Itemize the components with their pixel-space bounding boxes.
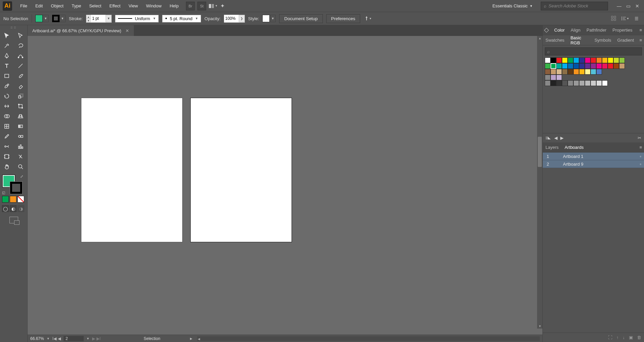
swatch-cell[interactable] [573,63,579,69]
blend-tool[interactable] [14,131,28,141]
column-graph-tool[interactable] [14,141,28,152]
swatch-cell[interactable] [568,80,573,86]
type-tool[interactable] [0,61,14,71]
scale-tool[interactable] [14,91,28,101]
stroke-weight-input[interactable]: ▲▼ 1 pt ▼ [86,15,112,23]
vertical-scrollbar[interactable]: ▲ ▼ [537,36,542,329]
hand-tool[interactable] [0,162,14,172]
swatch-cell[interactable] [596,57,602,63]
delete-artboard-icon[interactable]: 🗑 [637,335,641,340]
curvature-tool[interactable] [14,51,28,61]
swatch-cell[interactable] [591,57,596,63]
swatch-cell[interactable] [562,57,568,63]
move-up-icon[interactable]: ↑ [616,335,619,340]
artboard-number-field[interactable]: 2 [64,336,84,341]
brush-definition[interactable]: • 5 pt. Round ▼ [162,15,201,23]
next-swatch-group-icon[interactable]: ▶ [560,135,564,140]
swatch-cell[interactable] [562,69,568,75]
swatch-cell[interactable] [602,80,608,86]
swatch-cell[interactable] [596,63,602,69]
menu-type[interactable]: Type [68,1,85,10]
swatch-cell[interactable] [613,57,619,63]
scroll-down-icon[interactable]: ▼ [538,325,541,328]
tab-symbols[interactable]: Symbols [594,36,612,45]
draw-behind-icon[interactable]: ◐ [10,205,16,212]
swatch-folder-icon[interactable] [545,80,551,86]
close-button[interactable]: ✕ [635,3,639,9]
tab-swatches[interactable]: Swatches [545,36,565,45]
layers-panel-menu-icon[interactable]: ≡ [639,145,642,150]
swatch-cell[interactable] [551,80,556,86]
swatch-cell[interactable] [545,69,551,75]
maximize-button[interactable]: ▭ [626,3,631,9]
gpu-rocket-icon[interactable]: ✦ [220,3,225,9]
fill-swatch[interactable]: ▼ [35,15,49,22]
rotate-tool[interactable] [0,91,14,101]
swatch-cell[interactable] [591,63,596,69]
artboard-row[interactable]: 2Artboard 9▫ [543,160,644,168]
swatch-cell[interactable] [596,80,602,86]
swatch-cell[interactable] [613,63,619,69]
swatch-cell[interactable] [585,63,591,69]
swatch-cell[interactable] [619,57,625,63]
zoom-level[interactable]: 66.67% [30,336,44,341]
artboard-options-icon[interactable]: ▫ [640,162,641,167]
swatch-cell[interactable] [602,57,608,63]
free-transform-tool[interactable] [14,101,28,111]
swatch-cell[interactable] [608,57,613,63]
artboard-row[interactable]: 1Artboard 1▫ [543,153,644,160]
tab-artboards[interactable]: Artboards [564,143,584,152]
swatch-cell[interactable] [596,69,602,75]
tab-basic-rgb[interactable]: Basic RGB [570,33,589,47]
swatch-cell[interactable] [556,63,562,69]
last-artboard-icon[interactable]: ▶I [97,336,101,341]
document-setup-button[interactable]: Document Setup [279,14,323,23]
prev-artboard-icon[interactable]: ◀ [58,336,61,341]
fill-stroke-control[interactable]: ⤢ ◱ [0,174,27,195]
swatch-cell[interactable] [556,57,562,63]
none-swatch[interactable] [17,196,24,203]
swatch-cell[interactable] [619,63,625,69]
isolate-icon[interactable] [610,14,618,23]
zoom-tool[interactable] [14,162,28,172]
swatch-cell[interactable] [585,80,591,86]
tab-color[interactable]: Color [554,26,565,35]
pen-tool[interactable] [0,51,14,61]
default-fill-stroke-icon[interactable]: ◱ [2,191,5,195]
swatch-cell[interactable] [579,57,585,63]
swatch-cell[interactable] [573,80,579,86]
rectangle-tool[interactable] [0,71,14,81]
variable-width-profile[interactable]: Uniform ▼ [115,15,159,23]
swatch-cell[interactable] [545,75,551,80]
last-color-swatch[interactable] [2,196,9,203]
swatch-cell[interactable] [585,57,591,63]
slice-tool[interactable] [14,152,28,162]
menu-help[interactable]: Help [165,1,183,10]
shape-builder-tool[interactable] [0,111,14,121]
scroll-thumb[interactable] [538,137,542,167]
paintbrush-tool[interactable] [14,71,28,81]
swatch-cell[interactable] [556,69,562,75]
align-icon[interactable]: ▼ [621,14,629,23]
width-tool[interactable] [0,101,14,111]
menu-window[interactable]: Window [142,1,165,10]
magic-wand-tool[interactable] [0,41,14,51]
scroll-up-icon[interactable]: ▲ [538,37,541,40]
shaper-tool[interactable] [0,81,14,91]
swatch-cell[interactable] [551,75,556,80]
swatch-cell[interactable] [579,63,585,69]
swatch-cell[interactable] [556,75,562,80]
status-menu-icon[interactable]: ▶ [190,337,192,340]
perspective-grid-tool[interactable] [14,111,28,121]
swatch-cell[interactable] [551,57,556,63]
minimize-button[interactable]: — [617,3,621,9]
swatch-cell[interactable] [556,80,562,86]
panel-menu-icon[interactable]: ☰ [633,14,641,23]
color-diamond-icon[interactable] [544,28,549,32]
arrange-docs-icon[interactable]: ▼ [209,2,218,10]
panel-menu-icon[interactable]: ≡ [639,28,642,33]
gradient-tool[interactable] [14,121,28,131]
transform-panel-icon[interactable]: ▼ [364,14,372,23]
swatch-cell[interactable] [562,63,568,69]
menu-view[interactable]: View [124,1,142,10]
